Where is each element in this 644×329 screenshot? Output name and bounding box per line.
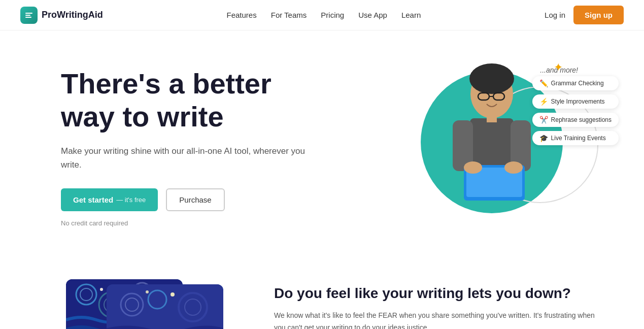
person-illustration bbox=[436, 63, 548, 216]
navbar: ProWritingAid Features For Teams Pricing… bbox=[0, 0, 644, 30]
get-started-label: Get started bbox=[73, 195, 113, 204]
second-section-desc: We know what it's like to feel the FEAR … bbox=[274, 310, 603, 329]
svg-rect-1 bbox=[25, 15, 30, 16]
svg-point-15 bbox=[504, 161, 523, 174]
nav-learn[interactable]: Learn bbox=[401, 11, 421, 19]
logo-icon bbox=[20, 7, 38, 24]
nav-features[interactable]: Features bbox=[227, 11, 257, 19]
hero-cta: Get started — it's free Purchase bbox=[61, 188, 325, 211]
style-icon: ⚡ bbox=[539, 97, 548, 106]
nav-use-app[interactable]: Use App bbox=[358, 11, 387, 19]
svg-rect-0 bbox=[25, 13, 32, 14]
art-card-front: My idea in my head bbox=[107, 284, 223, 329]
free-tag: — it's free bbox=[116, 196, 146, 204]
chip-grammar-label: Grammar Checking bbox=[551, 80, 604, 87]
grammar-icon: ✏️ bbox=[539, 79, 548, 87]
no-credit-card-text: No credit card required bbox=[61, 219, 325, 227]
chip-training-label: Live Training Events bbox=[551, 135, 606, 142]
chip-rephrase: ✂️ Rephrase suggestions bbox=[532, 113, 619, 127]
chip-training: 🎓 Live Training Events bbox=[532, 131, 619, 145]
hero-right: ...and more! ✦ ✏️ Grammar Checking ⚡ Sty… bbox=[390, 61, 603, 234]
purchase-button[interactable]: Purchase bbox=[166, 188, 224, 211]
svg-point-33 bbox=[146, 290, 149, 293]
signup-button[interactable]: Sign up bbox=[573, 6, 624, 24]
logo-text: ProWritingAid bbox=[42, 10, 103, 20]
chip-style: ⚡ Style Improvements bbox=[532, 94, 619, 109]
logo-link[interactable]: ProWritingAid bbox=[20, 7, 103, 24]
training-icon: 🎓 bbox=[539, 134, 548, 142]
svg-rect-9 bbox=[487, 114, 497, 122]
hero-subtitle: Make your writing shine with our all-in-… bbox=[61, 144, 325, 172]
svg-point-4 bbox=[469, 63, 514, 94]
hero-title: There's a better way to write bbox=[61, 68, 325, 133]
svg-rect-26 bbox=[107, 284, 223, 329]
nav-for-teams[interactable]: For Teams bbox=[271, 11, 307, 19]
hero-section: There's a better way to write Make your … bbox=[0, 30, 644, 254]
svg-rect-2 bbox=[25, 17, 31, 18]
svg-point-32 bbox=[171, 292, 175, 297]
nav-actions: Log in Sign up bbox=[545, 6, 624, 24]
second-section: My idea in my head Do you feel like your… bbox=[0, 254, 644, 329]
nav-pricing[interactable]: Pricing bbox=[321, 11, 344, 19]
chip-grammar: ✏️ Grammar Checking bbox=[532, 76, 619, 90]
chip-rephrase-label: Rephrase suggestions bbox=[551, 116, 612, 123]
login-button[interactable]: Log in bbox=[545, 11, 565, 19]
nav-links: Features For Teams Pricing Use App Learn bbox=[227, 11, 421, 20]
get-started-button[interactable]: Get started — it's free bbox=[61, 188, 158, 211]
svg-point-14 bbox=[464, 161, 482, 174]
art-stack: My idea in my head bbox=[61, 274, 233, 329]
feature-chips: ✏️ Grammar Checking ⚡ Style Improvements… bbox=[532, 76, 619, 145]
hero-left: There's a better way to write Make your … bbox=[61, 68, 325, 226]
hero-illustration: ...and more! ✦ ✏️ Grammar Checking ⚡ Sty… bbox=[390, 61, 603, 234]
chip-style-label: Style Improvements bbox=[551, 98, 605, 105]
svg-point-23 bbox=[100, 288, 103, 291]
second-right: Do you feel like your writing lets you d… bbox=[274, 274, 603, 329]
rephrase-icon: ✂️ bbox=[539, 116, 548, 124]
second-section-title: Do you feel like your writing lets you d… bbox=[274, 284, 603, 303]
sparkle-icon: ✦ bbox=[554, 61, 563, 74]
